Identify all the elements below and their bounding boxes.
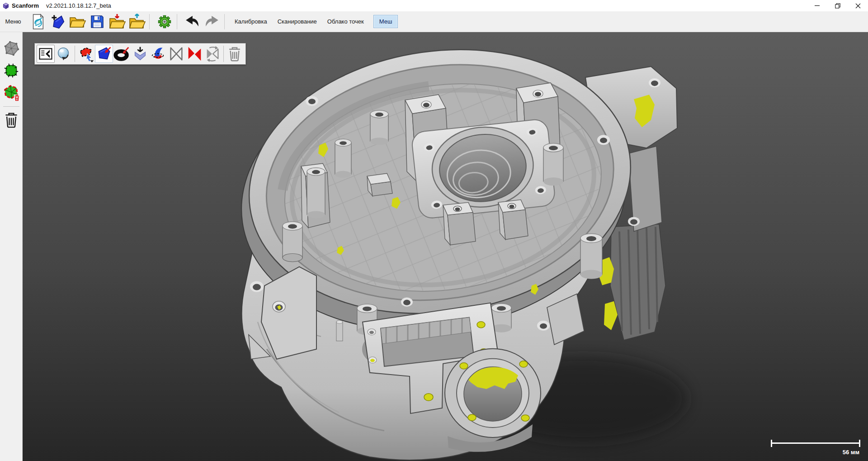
title-bar: Scanform v2.2021.10.18.12.7_beta [0, 0, 868, 11]
scale-bar-label: 56 мм [771, 449, 860, 456]
collapse-panel-icon [38, 46, 54, 62]
add-patch-pin-icon [49, 13, 66, 30]
minimize-button[interactable] [807, 0, 827, 11]
new-scan-document-button[interactable] [29, 13, 46, 30]
mesh-central-bore [411, 119, 556, 219]
swap-triangles-icon [203, 45, 222, 63]
scale-bar-line [771, 440, 860, 447]
app-title: Scanform [12, 2, 39, 9]
add-patch-pin-button[interactable] [49, 13, 66, 30]
restore-button[interactable] [827, 0, 848, 11]
patch-delete-selection-button[interactable] [2, 84, 20, 102]
mesh-object-button[interactable] [2, 39, 20, 57]
fill-holes-icon [113, 45, 131, 63]
bad-triangles-outline-button[interactable] [167, 45, 185, 63]
toolbar-separator [75, 46, 75, 62]
redo-button[interactable] [203, 13, 221, 30]
tab-mesh[interactable]: Меш [373, 15, 398, 28]
app-logo-cube-icon [2, 1, 9, 11]
save-floppy-icon [90, 14, 104, 29]
delete-object-trash-icon [3, 111, 19, 128]
patch-object-icon [3, 62, 20, 79]
settings-button[interactable] [156, 13, 173, 30]
collapse-down-arrow-button[interactable] [131, 45, 149, 63]
mesh-edit-toolbar [34, 43, 246, 65]
object-sidebar [0, 32, 23, 461]
menu-button[interactable]: Меню [0, 18, 26, 25]
lasso-selection-icon [77, 45, 95, 63]
patch-delete-selection-icon [2, 84, 20, 102]
reset-view-sphere-button[interactable] [55, 45, 73, 63]
collapse-down-arrow-icon [132, 45, 149, 62]
settings-gear-icon [156, 13, 173, 30]
save-button[interactable] [89, 13, 106, 30]
flip-normals-icon [149, 45, 167, 63]
toolbar-separator [177, 14, 177, 29]
mesh-right-fins [598, 224, 665, 340]
collapse-panel-button[interactable] [37, 45, 55, 63]
toolbar-separator [223, 46, 224, 62]
bad-triangles-outline-icon [167, 45, 185, 63]
mesh-big-bore [445, 349, 541, 437]
fill-holes-button[interactable] [113, 45, 131, 63]
flip-normals-button[interactable] [149, 45, 167, 63]
undo-button[interactable] [184, 13, 201, 30]
sidebar-divider [3, 106, 19, 107]
window-controls [807, 0, 868, 11]
tab-point-cloud[interactable]: Облако точек [326, 15, 365, 28]
scale-bar: 56 мм [771, 440, 860, 456]
folder-import-icon [108, 14, 126, 30]
bad-triangles-delete-button[interactable] [185, 45, 203, 63]
open-folder-button[interactable] [69, 13, 86, 30]
viewport-3d[interactable]: 56 мм [23, 32, 868, 461]
undo-arrow-icon [184, 14, 201, 29]
mesh-object-icon [3, 40, 20, 57]
folder-export-button[interactable] [128, 13, 146, 30]
select-faces-icon [95, 45, 113, 63]
close-button[interactable] [848, 0, 868, 11]
toolbar-separator [224, 14, 225, 29]
new-scan-document-icon [30, 13, 45, 30]
delete-mesh-button[interactable] [226, 45, 244, 63]
reset-view-sphere-icon [55, 45, 72, 62]
patch-object-button[interactable] [2, 62, 20, 80]
tab-calibration[interactable]: Калибровка [234, 15, 268, 28]
delete-object-button[interactable] [2, 111, 20, 129]
bad-triangles-delete-icon [185, 45, 203, 63]
open-folder-icon [69, 14, 86, 29]
redo-arrow-icon [203, 14, 221, 29]
scanned-mesh-model [23, 32, 868, 461]
folder-export-icon [128, 14, 146, 30]
folder-import-button[interactable] [108, 13, 126, 30]
delete-mesh-trash-icon [227, 46, 242, 62]
toolbar-separator [149, 14, 150, 29]
select-faces-button[interactable] [95, 45, 113, 63]
swap-triangles-button[interactable] [203, 45, 222, 63]
tab-scanning[interactable]: Сканирование [277, 15, 318, 28]
app-version: v2.2021.10.18.12.7_beta [46, 2, 111, 9]
lasso-selection-button[interactable] [77, 45, 95, 63]
mode-tabs: Калибровка Сканирование Облако точек Меш [234, 15, 398, 28]
main-toolbar: Меню [0, 11, 868, 32]
